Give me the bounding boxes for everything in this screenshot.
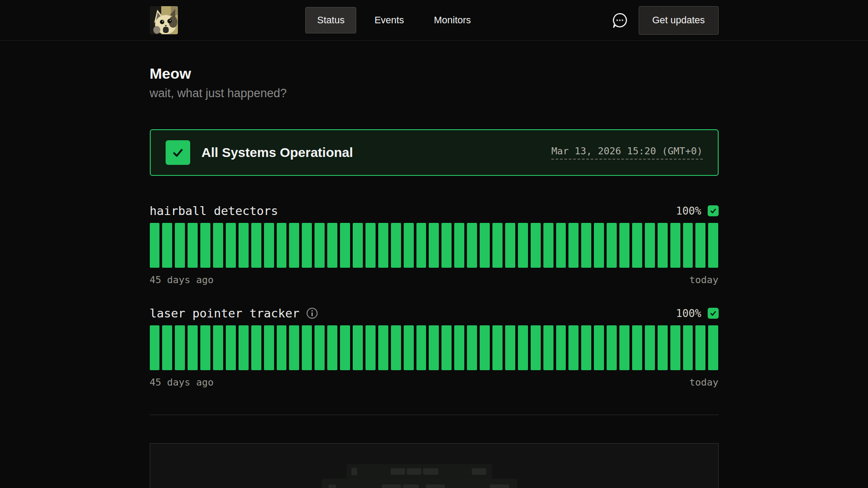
uptime-bar[interactable]	[607, 223, 617, 268]
uptime-bar[interactable]	[175, 223, 185, 268]
uptime-bar[interactable]	[594, 223, 604, 268]
uptime-bar[interactable]	[239, 325, 249, 370]
uptime-bar[interactable]	[568, 325, 579, 370]
uptime-bar[interactable]	[302, 325, 312, 370]
uptime-bar[interactable]	[632, 325, 642, 370]
uptime-bar[interactable]	[251, 325, 261, 370]
uptime-bar[interactable]	[213, 223, 223, 268]
uptime-bar[interactable]	[429, 325, 439, 370]
uptime-bar[interactable]	[441, 325, 452, 370]
uptime-bar[interactable]	[505, 325, 515, 370]
uptime-bar[interactable]	[708, 223, 718, 268]
uptime-bar[interactable]	[378, 325, 388, 370]
uptime-bar[interactable]	[289, 223, 299, 268]
uptime-bar[interactable]	[150, 223, 160, 268]
cat-logo-image	[150, 6, 178, 34]
uptime-bar[interactable]	[239, 223, 249, 268]
uptime-bar[interactable]	[264, 325, 274, 370]
uptime-bar[interactable]	[467, 325, 477, 370]
uptime-bar[interactable]	[518, 325, 528, 370]
uptime-bar[interactable]	[492, 325, 503, 370]
uptime-bar[interactable]	[200, 223, 210, 268]
uptime-bar[interactable]	[645, 325, 655, 370]
uptime-bar[interactable]	[416, 223, 427, 268]
uptime-bar[interactable]	[365, 223, 376, 268]
uptime-bar[interactable]	[658, 325, 668, 370]
uptime-bar[interactable]	[404, 223, 414, 268]
uptime-bar[interactable]	[594, 325, 604, 370]
uptime-bar[interactable]	[632, 223, 642, 268]
uptime-bar[interactable]	[162, 325, 172, 370]
info-icon[interactable]	[306, 307, 318, 319]
uptime-bar[interactable]	[416, 325, 427, 370]
uptime-bar[interactable]	[708, 325, 718, 370]
uptime-bar[interactable]	[581, 223, 591, 268]
uptime-bar[interactable]	[365, 325, 376, 370]
uptime-bar[interactable]	[264, 223, 274, 268]
uptime-bar[interactable]	[454, 325, 464, 370]
uptime-bar[interactable]	[226, 325, 236, 370]
uptime-bar[interactable]	[619, 325, 629, 370]
tab-monitors[interactable]: Monitors	[422, 7, 483, 33]
uptime-bar[interactable]	[226, 223, 236, 268]
uptime-bar[interactable]	[658, 223, 668, 268]
uptime-bar[interactable]	[340, 223, 350, 268]
uptime-bar[interactable]	[429, 223, 439, 268]
uptime-bar[interactable]	[162, 223, 172, 268]
uptime-bar[interactable]	[645, 223, 655, 268]
uptime-bar[interactable]	[619, 223, 629, 268]
uptime-bar[interactable]	[531, 223, 541, 268]
uptime-bar[interactable]	[505, 223, 515, 268]
uptime-bar[interactable]	[340, 325, 350, 370]
uptime-bar[interactable]	[531, 325, 541, 370]
uptime-bar[interactable]	[568, 223, 579, 268]
get-updates-button[interactable]: Get updates	[639, 6, 719, 35]
uptime-bar[interactable]	[200, 325, 210, 370]
uptime-bar[interactable]	[695, 223, 705, 268]
uptime-bar[interactable]	[391, 325, 401, 370]
uptime-bar[interactable]	[277, 223, 287, 268]
uptime-bar[interactable]	[213, 325, 223, 370]
uptime-bar[interactable]	[404, 325, 414, 370]
uptime-bar[interactable]	[543, 223, 553, 268]
uptime-bar[interactable]	[353, 325, 363, 370]
uptime-bar[interactable]	[454, 223, 464, 268]
ghost-pill	[426, 484, 445, 488]
uptime-bar[interactable]	[683, 325, 693, 370]
uptime-bar[interactable]	[556, 223, 566, 268]
uptime-bar[interactable]	[695, 325, 705, 370]
tab-events[interactable]: Events	[362, 7, 416, 33]
uptime-bar[interactable]	[683, 223, 693, 268]
uptime-bar[interactable]	[556, 325, 566, 370]
uptime-bar[interactable]	[289, 325, 299, 370]
uptime-bar[interactable]	[543, 325, 553, 370]
uptime-bar[interactable]	[670, 223, 680, 268]
uptime-bar[interactable]	[467, 223, 477, 268]
uptime-bar[interactable]	[315, 223, 325, 268]
uptime-bar[interactable]	[150, 325, 160, 370]
uptime-bar[interactable]	[353, 223, 363, 268]
uptime-bar[interactable]	[670, 325, 680, 370]
uptime-bar[interactable]	[518, 223, 528, 268]
uptime-bar[interactable]	[327, 325, 337, 370]
uptime-bar[interactable]	[277, 325, 287, 370]
site-logo-cat[interactable]	[150, 6, 178, 34]
uptime-bar[interactable]	[581, 325, 591, 370]
uptime-bar[interactable]	[175, 325, 185, 370]
uptime-bar[interactable]	[302, 223, 312, 268]
uptime-bar[interactable]	[327, 223, 337, 268]
uptime-bar[interactable]	[607, 325, 617, 370]
uptime-bar[interactable]	[251, 223, 261, 268]
chat-bubble-icon[interactable]	[611, 11, 629, 29]
uptime-bar[interactable]	[378, 223, 388, 268]
uptime-bar[interactable]	[188, 223, 198, 268]
uptime-bar[interactable]	[391, 223, 401, 268]
tab-status[interactable]: Status	[305, 7, 356, 33]
uptime-bar[interactable]	[480, 223, 490, 268]
banner-timestamp[interactable]: Mar 13, 2026 15:20 (GMT+0)	[551, 146, 702, 160]
uptime-bar[interactable]	[492, 223, 503, 268]
uptime-bar[interactable]	[480, 325, 490, 370]
uptime-bar[interactable]	[315, 325, 325, 370]
uptime-bar[interactable]	[441, 223, 452, 268]
uptime-bar[interactable]	[188, 325, 198, 370]
